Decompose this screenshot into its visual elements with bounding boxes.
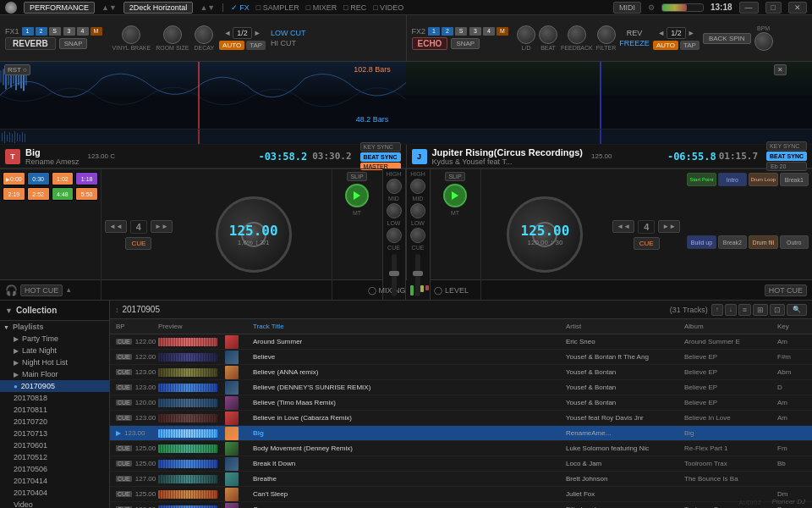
mixer-fader-thumb[interactable] [389,271,399,276]
header-title[interactable]: Track Title [250,323,563,330]
sidebar-item-20170905[interactable]: ● 20170905 [0,380,109,392]
deck-right-key-sync[interactable]: KEY SYNC [766,141,807,151]
close-btn[interactable]: ✕ [788,2,807,14]
performance-btn[interactable]: PERFORMANCE [24,2,95,14]
search-btn[interactable]: 🔍 [787,304,807,316]
fx2-feedback-control[interactable] [568,25,586,44]
hot-cue-right-btn[interactable]: HOT CUE [765,284,807,296]
table-row[interactable]: CUE123.00 Believe in Love (Cabarza Remix… [110,411,812,426]
level-mode-btn[interactable]: ◯ LEVEL [434,286,469,295]
deck-left-slip-btn[interactable]: SLIP [347,172,366,181]
cue-btn-3[interactable]: 1:02 [52,172,74,185]
fx2-effect-name[interactable]: ECHO [412,37,448,50]
view-detail-btn[interactable]: ⊞ [753,304,768,316]
sort-desc-btn[interactable]: ↓ [725,304,737,316]
fx2-num-m[interactable]: M [497,27,508,36]
rec-toggle[interactable]: □ REC [343,3,366,12]
sidebar-item-20170512[interactable]: 20170512 [0,451,109,463]
mixer-low-knob[interactable] [387,228,402,243]
fx2-auto-btn[interactable]: AUTO [653,41,678,50]
fx2-filter-control[interactable] [597,25,616,44]
sidebar-playlists-header[interactable]: ▼ Playlists [0,321,109,333]
table-row[interactable]: CUE122.00 Around Summer Eric Sneo Around… [110,334,812,350]
waveform-reset-btn[interactable]: RST ○ [4,64,30,75]
sidebar-item-hot-list[interactable]: ▶ Night Hot List [0,356,109,368]
cue-r-drum-fill[interactable]: Drum fill [749,235,777,249]
fx2-beat2-right[interactable]: ► [688,29,695,37]
table-row[interactable]: CUE126.00 Curve Filterheadz Toolroom Tra… [110,502,812,508]
cue-r-break2[interactable]: Break2 [718,235,747,249]
fx2-tap-btn[interactable]: TAP [680,41,700,50]
deck-right-next-btn[interactable]: ►► [658,220,680,233]
deck-right-slip-btn[interactable]: SLIP [445,172,464,181]
mixer-r-fader-thumb[interactable] [413,271,423,276]
cue-r-intro[interactable]: Intro [718,173,747,186]
fx1-decay-knob[interactable] [195,25,213,44]
cue-btn-7[interactable]: 4:48 [52,187,74,201]
fx2-rev-label[interactable]: REV [627,29,643,37]
browser-sort-icon[interactable]: ↕ [115,306,119,314]
fx1-tap-btn[interactable]: TAP [246,41,266,50]
deck-right-cue-btn[interactable]: CUE [634,237,660,250]
header-artist[interactable]: Artist [563,323,682,330]
fx1-auto-btn[interactable]: AUTO [219,41,244,50]
layout-btn[interactable]: 2Deck Horizontal [123,2,194,14]
sampler-toggle[interactable]: □ SAMPLER [256,3,299,12]
mixer-r-low-knob[interactable] [410,228,425,243]
fx2-freeze-label[interactable]: FREEZE [619,39,650,47]
sidebar-item-video[interactable]: Video [0,499,109,508]
fx1-vinyl-knob[interactable] [122,25,140,44]
fx2-num-s[interactable]: S [455,27,467,36]
sidebar-item-20170713[interactable]: 20170713 [0,428,109,439]
cue-r-break1[interactable]: Break1 [780,173,809,186]
cue-btn-6[interactable]: 2:52 [27,187,50,201]
deck-left-beat-sync[interactable]: BEAT SYNC [360,152,401,162]
sidebar-item-20170506[interactable]: 20170506 [0,463,109,475]
deck-right-play-btn[interactable] [443,184,467,207]
sidebar-item-20170811[interactable]: 20170811 [0,404,109,416]
cue-btn-4[interactable]: 1:18 [75,172,98,185]
cue-btn-1[interactable]: ▶ 0:00 [3,172,25,185]
fx2-bpm-knob[interactable] [754,32,773,51]
table-row[interactable]: CUE123.00 Believe (DENNEY'S SUNRISE REMI… [110,380,812,395]
header-bp[interactable]: BP [113,323,156,330]
sidebar-item-late-night[interactable]: ▶ Late Night [0,345,109,356]
table-row[interactable]: CUE127.00 Breathe Brett Johnson The Boun… [110,472,812,487]
deck-left-cue-btn[interactable]: CUE [125,237,151,250]
maximize-btn[interactable]: □ [765,2,782,14]
fx2-num-4[interactable]: 4 [483,27,495,36]
fx2-num-3[interactable]: 3 [469,27,481,36]
fx1-snap-btn[interactable]: SNAP [59,38,88,49]
table-row-active[interactable]: ▶123.00 Big RenameAme... Big [110,426,812,441]
fx1-num-4[interactable]: 4 [77,27,89,36]
midi-btn[interactable]: MIDI [613,2,641,14]
deck-left-play-btn[interactable] [345,184,369,207]
fx2-ld-control[interactable] [517,25,535,44]
fx1-room-knob[interactable] [163,25,182,44]
sidebar-item-20170404[interactable]: 20170404 [0,487,109,499]
sidebar-item-20170818[interactable]: 20170818 [0,392,109,404]
table-row[interactable]: CUE120.00 Believe (Timo Maas Remix) Yous… [110,395,812,411]
mixer-mid-knob[interactable] [387,203,402,218]
header-preview[interactable]: Preview [156,323,223,330]
sort-asc-btn[interactable]: ↑ [711,304,723,316]
table-row[interactable]: CUE125.00 Can't Sleep Juliet Fox Dm [110,487,812,502]
view-list-btn[interactable]: ≡ [738,304,751,316]
deck-left-prev-btn[interactable]: ◄◄ [105,220,127,233]
fx2-snap-btn[interactable]: SNAP [451,38,480,49]
minimize-btn[interactable]: — [739,2,759,14]
fx2-num-2[interactable]: 2 [442,27,453,36]
cue-btn-8[interactable]: 5:50 [75,187,98,201]
sidebar-expand-btn[interactable]: ▼ [5,306,13,315]
sidebar-item-20170720[interactable]: 20170720 [0,416,109,428]
fx2-beat-control[interactable] [539,25,557,44]
waveform-zoom-btn[interactable]: ✕ [774,64,787,75]
table-row[interactable]: CUE125.00 Break It Down Loco & Jam Toolr… [110,456,812,472]
video-toggle[interactable]: □ VIDEO [373,3,403,12]
sidebar-item-20170601[interactable]: 20170601 [0,439,109,451]
mixer-r-high-knob[interactable] [410,179,425,194]
fx1-num-s[interactable]: S [49,27,61,36]
fx1-beat-left[interactable]: ◄ [223,29,231,37]
fx1-low-cut[interactable]: LOW CUT [271,29,306,37]
hot-cue-left-btn[interactable]: HOT CUE [20,284,63,296]
